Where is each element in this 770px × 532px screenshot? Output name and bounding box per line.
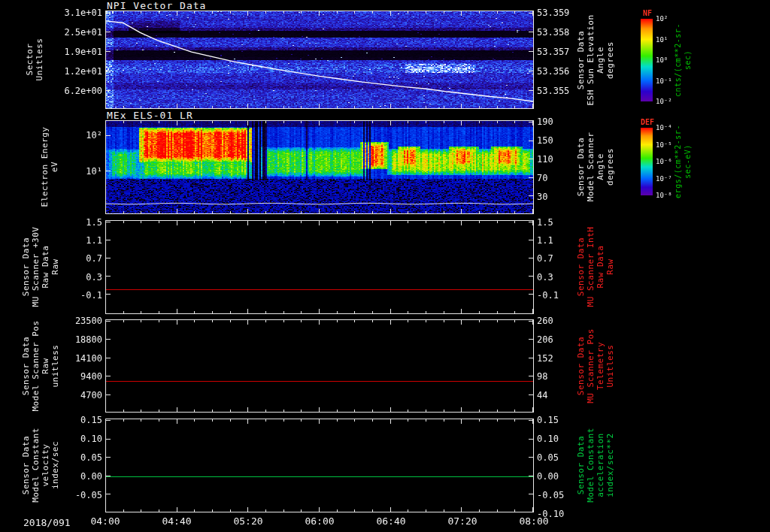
tick-label: 98	[537, 372, 582, 381]
tick-mark	[337, 320, 338, 322]
model-constant-right-tick-labels: 0.150.100.050.00-0.05-0.10	[537, 419, 582, 512]
tick-mark	[247, 209, 248, 213]
tick-mark	[479, 211, 480, 213]
tick-label: 1.9e+01	[21, 47, 102, 56]
tick-mark	[461, 419, 462, 424]
tick-mark	[390, 320, 391, 325]
tick-mark	[123, 106, 124, 108]
tick-mark	[159, 311, 159, 313]
tick-mark	[408, 121, 408, 123]
tick-mark	[514, 11, 515, 14]
tick-label: 150	[537, 136, 582, 145]
tick-mark	[106, 339, 111, 340]
tick-mark	[529, 13, 533, 14]
model-constant-velocity-panel	[105, 419, 534, 512]
tick-mark	[283, 311, 284, 313]
tick-mark	[212, 11, 213, 14]
tick-label: 05:20	[233, 516, 262, 526]
tick-mark	[159, 106, 159, 108]
tick-mark	[390, 221, 391, 225]
tick-mark	[461, 221, 462, 225]
tick-mark	[141, 410, 141, 412]
nf-colorbar-tick-labels: 10²10¹10⁰10⁻¹10⁻²	[656, 19, 681, 101]
tick-mark	[444, 311, 444, 313]
tick-mark	[337, 121, 338, 123]
tick-mark	[529, 51, 533, 52]
tick-mark	[337, 419, 338, 422]
tick-mark	[390, 309, 391, 313]
tick-label: 0.10	[21, 434, 102, 443]
tick-mark	[426, 419, 426, 422]
tick-mark	[105, 104, 106, 108]
tick-mark	[514, 121, 515, 123]
tick-mark	[212, 311, 213, 313]
tick-mark	[514, 106, 515, 108]
tick-mark	[247, 309, 248, 313]
tick-mark	[354, 419, 355, 422]
tick-mark	[301, 509, 302, 512]
tick-label: 10²	[21, 131, 102, 140]
tick-mark	[319, 104, 320, 108]
tick-mark	[497, 320, 498, 322]
tick-mark	[177, 209, 177, 213]
tick-label: 6.2e+00	[21, 86, 102, 95]
tick-mark	[426, 106, 426, 108]
tick-mark	[408, 211, 408, 213]
tick-mark	[529, 394, 533, 395]
tick-mark	[372, 410, 373, 412]
tick-mark	[390, 407, 391, 412]
tick-mark	[408, 410, 408, 412]
tick-mark	[106, 494, 111, 494]
tick-mark	[319, 121, 320, 125]
tick-mark	[529, 71, 533, 71]
tick-mark	[283, 11, 284, 14]
tick-mark	[461, 407, 462, 412]
tick-label: 1.1	[21, 236, 102, 245]
tick-mark	[337, 211, 338, 213]
tick-mark	[123, 311, 124, 313]
tick-mark	[514, 419, 515, 422]
tick-mark	[141, 121, 141, 123]
tick-mark	[529, 159, 533, 159]
tick-mark	[141, 311, 141, 313]
els-left-tick-labels: 10²10¹	[21, 120, 102, 214]
tick-mark	[319, 320, 320, 325]
tick-label: -0.1	[21, 291, 102, 300]
npi-spectrogram-canvas	[106, 11, 533, 108]
tick-label: 152	[537, 354, 582, 363]
tick-mark	[106, 171, 111, 171]
tick-mark	[230, 419, 231, 422]
tick-label: 1.5	[21, 218, 102, 227]
tick-mark	[247, 407, 248, 412]
tick-mark	[390, 419, 391, 424]
tick-mark	[106, 258, 111, 258]
tick-label: 18800	[21, 335, 102, 344]
tick-mark	[461, 121, 462, 125]
tick-mark	[265, 121, 266, 123]
tick-mark	[141, 221, 141, 223]
tick-label: 53.355	[537, 86, 582, 95]
model-scanner-pos-panel	[105, 319, 534, 413]
tick-mark	[497, 311, 498, 313]
tick-mark	[354, 311, 355, 313]
tick-label: 53.358	[537, 28, 582, 37]
els-panel-title: MEx ELS-01 LR	[107, 110, 193, 121]
tick-mark	[372, 106, 373, 108]
tick-mark	[390, 507, 391, 512]
tick-mark	[159, 121, 159, 123]
tick-mark	[194, 320, 195, 322]
els-spectrogram-canvas	[106, 121, 533, 213]
tick-mark	[497, 410, 498, 412]
tick-mark	[106, 276, 111, 277]
tick-mark	[177, 309, 177, 313]
tick-mark	[194, 221, 195, 223]
tick-label: 0.05	[537, 453, 582, 462]
tick-label: 53.357	[537, 47, 582, 56]
tick-mark	[283, 106, 284, 108]
tick-label: 0.15	[537, 416, 582, 425]
tick-mark	[529, 32, 533, 32]
tick-mark	[265, 509, 266, 512]
tick-label: 10⁻²	[656, 98, 681, 105]
tick-mark	[426, 211, 426, 213]
tick-mark	[529, 195, 533, 196]
